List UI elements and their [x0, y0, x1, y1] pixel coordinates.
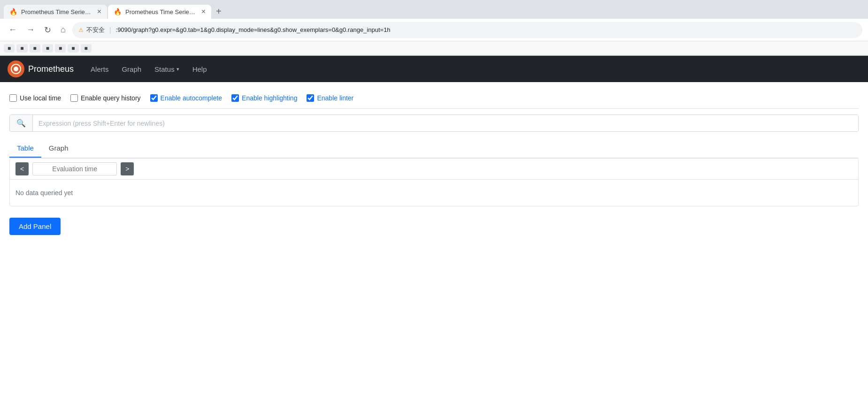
- tab-active-title: Prometheus Time Series Collecti...: [125, 8, 196, 15]
- address-security-text: 不安全: [86, 26, 105, 34]
- use-local-time-checkbox[interactable]: [9, 94, 17, 102]
- tab-favicon: 🔥: [9, 8, 17, 15]
- nav-help[interactable]: Help: [187, 61, 213, 77]
- tab-inactive[interactable]: 🔥 Prometheus Time Series Collecti... ×: [4, 5, 107, 19]
- enable-linter-label: Enable linter: [317, 94, 353, 102]
- use-local-time-label: Use local time: [20, 94, 61, 102]
- bookmark-4[interactable]: ■: [42, 44, 53, 53]
- tab-table[interactable]: Table: [9, 139, 41, 158]
- address-bar[interactable]: ⚠ 不安全 | :9090/graph?g0.expr=&g0.tab=1&g0…: [72, 22, 862, 38]
- address-separator: |: [109, 26, 111, 34]
- enable-linter-checkbox[interactable]: [307, 94, 314, 102]
- search-icon: 🔍: [16, 119, 26, 128]
- enable-highlighting-option[interactable]: Enable highlighting: [231, 94, 297, 102]
- bookmark-2[interactable]: ■: [16, 44, 27, 53]
- bookmark-7[interactable]: ■: [81, 44, 92, 53]
- back-button[interactable]: ←: [6, 23, 20, 37]
- tab-active[interactable]: 🔥 Prometheus Time Series Collecti... ×: [108, 5, 211, 19]
- tab-graph[interactable]: Graph: [41, 139, 76, 158]
- tab-active-favicon: 🔥: [114, 8, 122, 15]
- eval-time-input[interactable]: [32, 162, 117, 175]
- search-row: 🔍: [9, 114, 859, 132]
- bookmark-6[interactable]: ■: [68, 44, 78, 53]
- new-tab-button[interactable]: +: [212, 4, 225, 19]
- nav-alerts[interactable]: Alerts: [85, 61, 114, 77]
- address-text: :9090/graph?g0.expr=&g0.tab=1&g0.display…: [116, 26, 391, 33]
- nav-status[interactable]: Status ▾: [149, 61, 185, 77]
- tab-title-inactive: Prometheus Time Series Collecti...: [21, 8, 92, 15]
- enable-query-history-label: Enable query history: [81, 94, 141, 102]
- security-warning: ⚠: [78, 27, 84, 33]
- bookmark-1[interactable]: ■: [4, 44, 15, 53]
- bookmarks-bar: ■ ■ ■ ■ ■ ■ ■: [0, 41, 868, 55]
- use-local-time-option[interactable]: Use local time: [9, 94, 61, 102]
- app-nav-links: Alerts Graph Status ▾ Help: [85, 61, 212, 77]
- svg-point-1: [14, 67, 18, 71]
- app-title: Prometheus: [28, 64, 74, 74]
- nav-graph[interactable]: Graph: [116, 61, 147, 77]
- enable-highlighting-checkbox[interactable]: [231, 94, 239, 102]
- forward-button[interactable]: →: [23, 23, 38, 37]
- eval-prev-button[interactable]: <: [15, 162, 29, 175]
- app-logo: [8, 61, 24, 77]
- enable-query-history-checkbox[interactable]: [70, 94, 78, 102]
- home-button[interactable]: ⌂: [58, 23, 69, 37]
- reload-button[interactable]: ↻: [41, 23, 54, 37]
- bookmark-5[interactable]: ■: [55, 44, 66, 53]
- options-row: Use local time Enable query history Enab…: [9, 90, 859, 109]
- enable-highlighting-label: Enable highlighting: [242, 94, 297, 102]
- chevron-down-icon: ▾: [177, 66, 179, 72]
- enable-linter-option[interactable]: Enable linter: [307, 94, 353, 102]
- app-navbar: Prometheus Alerts Graph Status ▾ Help: [0, 56, 868, 82]
- expression-input[interactable]: [33, 115, 858, 131]
- enable-autocomplete-checkbox[interactable]: [150, 94, 158, 102]
- nav-status-label: Status: [154, 65, 175, 73]
- enable-query-history-option[interactable]: Enable query history: [70, 94, 141, 102]
- eval-next-button[interactable]: >: [121, 162, 134, 175]
- enable-autocomplete-option[interactable]: Enable autocomplete: [150, 94, 223, 102]
- search-button[interactable]: 🔍: [10, 115, 33, 131]
- browser-nav-bar: ← → ↻ ⌂ ⚠ 不安全 | :9090/graph?g0.expr=&g0.…: [0, 19, 868, 41]
- enable-autocomplete-label: Enable autocomplete: [161, 94, 223, 102]
- main-content: Use local time Enable query history Enab…: [0, 82, 868, 393]
- query-panel: < > No data queried yet: [9, 158, 859, 206]
- tab-active-close[interactable]: ×: [201, 8, 206, 16]
- bookmark-3[interactable]: ■: [30, 44, 40, 53]
- tab-close-inactive[interactable]: ×: [97, 8, 101, 16]
- tabs-row: Table Graph: [9, 139, 859, 158]
- add-panel-button[interactable]: Add Panel: [9, 218, 61, 235]
- tab-bar: 🔥 Prometheus Time Series Collecti... × 🔥…: [0, 0, 868, 19]
- eval-time-row: < >: [10, 159, 858, 180]
- no-data-message: No data queried yet: [10, 180, 858, 206]
- browser-chrome: 🔥 Prometheus Time Series Collecti... × 🔥…: [0, 0, 868, 56]
